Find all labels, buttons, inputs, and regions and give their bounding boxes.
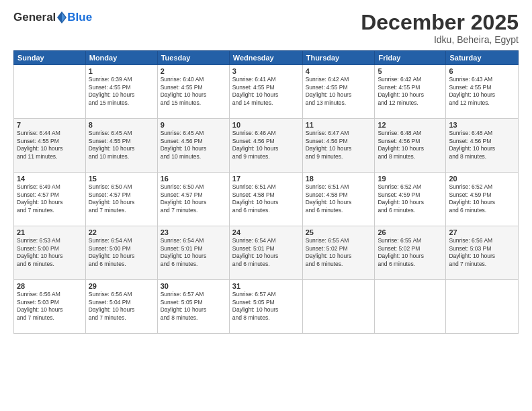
col-tuesday: Tuesday (157, 51, 229, 65)
day-number: 24 (232, 228, 300, 236)
day-info: Sunrise: 6:45 AM Sunset: 4:56 PM Dayligh… (161, 130, 226, 161)
day-number: 28 (17, 282, 83, 290)
day-info: Sunrise: 6:54 AM Sunset: 5:00 PM Dayligh… (89, 237, 154, 268)
day-number: 14 (17, 175, 83, 183)
day-info: Sunrise: 6:42 AM Sunset: 4:55 PM Dayligh… (306, 76, 372, 107)
header: General Blue December 2025 Idku, Beheira… (13, 11, 519, 45)
day-number: 8 (89, 121, 154, 129)
location: Idku, Beheira, Egypt (361, 34, 519, 45)
table-row: 3Sunrise: 6:41 AM Sunset: 4:55 PM Daylig… (229, 65, 302, 119)
day-number: 3 (232, 67, 300, 75)
table-row: 16Sunrise: 6:50 AM Sunset: 4:57 PM Dayli… (157, 173, 229, 226)
day-info: Sunrise: 6:42 AM Sunset: 4:55 PM Dayligh… (378, 76, 443, 107)
table-row: 22Sunrise: 6:54 AM Sunset: 5:00 PM Dayli… (85, 226, 157, 280)
day-number: 7 (17, 121, 83, 129)
day-number: 18 (306, 175, 372, 183)
title-section: December 2025 Idku, Beheira, Egypt (361, 11, 519, 45)
day-number: 30 (161, 282, 226, 290)
table-row: 27Sunrise: 6:56 AM Sunset: 5:03 PM Dayli… (446, 226, 519, 280)
day-number: 16 (161, 175, 226, 183)
table-row: 14Sunrise: 6:49 AM Sunset: 4:57 PM Dayli… (14, 173, 86, 226)
calendar-week-row: 1Sunrise: 6:39 AM Sunset: 4:55 PM Daylig… (14, 65, 519, 119)
table-row: 31Sunrise: 6:57 AM Sunset: 5:05 PM Dayli… (229, 280, 302, 334)
day-number: 29 (89, 282, 154, 290)
table-row: 28Sunrise: 6:56 AM Sunset: 5:03 PM Dayli… (14, 280, 86, 334)
day-number: 1 (89, 67, 154, 75)
month-title: December 2025 (361, 11, 519, 34)
col-friday: Friday (375, 51, 446, 65)
calendar-week-row: 28Sunrise: 6:56 AM Sunset: 5:03 PM Dayli… (14, 280, 519, 334)
day-info: Sunrise: 6:52 AM Sunset: 4:59 PM Dayligh… (449, 183, 515, 214)
table-row (14, 65, 86, 119)
day-info: Sunrise: 6:46 AM Sunset: 4:56 PM Dayligh… (232, 130, 300, 161)
day-number: 25 (306, 228, 372, 236)
table-row: 24Sunrise: 6:54 AM Sunset: 5:01 PM Dayli… (229, 226, 302, 280)
day-info: Sunrise: 6:50 AM Sunset: 4:57 PM Dayligh… (161, 183, 226, 214)
table-row: 8Sunrise: 6:45 AM Sunset: 4:55 PM Daylig… (85, 119, 157, 173)
day-info: Sunrise: 6:50 AM Sunset: 4:57 PM Dayligh… (89, 183, 154, 214)
day-number: 9 (161, 121, 226, 129)
day-info: Sunrise: 6:54 AM Sunset: 5:01 PM Dayligh… (161, 237, 226, 268)
day-info: Sunrise: 6:39 AM Sunset: 4:55 PM Dayligh… (89, 76, 154, 107)
logo-icon (57, 11, 66, 24)
col-wednesday: Wednesday (229, 51, 302, 65)
day-number: 27 (449, 228, 515, 236)
day-number: 2 (161, 67, 226, 75)
table-row: 2Sunrise: 6:40 AM Sunset: 4:55 PM Daylig… (157, 65, 229, 119)
day-info: Sunrise: 6:45 AM Sunset: 4:55 PM Dayligh… (89, 130, 154, 161)
table-row: 15Sunrise: 6:50 AM Sunset: 4:57 PM Dayli… (85, 173, 157, 226)
table-row: 30Sunrise: 6:57 AM Sunset: 5:05 PM Dayli… (157, 280, 229, 334)
day-info: Sunrise: 6:55 AM Sunset: 5:02 PM Dayligh… (306, 237, 372, 268)
day-info: Sunrise: 6:43 AM Sunset: 4:55 PM Dayligh… (449, 76, 515, 107)
day-info: Sunrise: 6:57 AM Sunset: 5:05 PM Dayligh… (161, 291, 226, 322)
day-number: 31 (232, 282, 300, 290)
day-info: Sunrise: 6:56 AM Sunset: 5:03 PM Dayligh… (17, 291, 83, 322)
table-row (302, 280, 375, 334)
day-number: 26 (378, 228, 443, 236)
table-row: 17Sunrise: 6:51 AM Sunset: 4:58 PM Dayli… (229, 173, 302, 226)
day-info: Sunrise: 6:48 AM Sunset: 4:56 PM Dayligh… (378, 130, 443, 161)
calendar-header-row: Sunday Monday Tuesday Wednesday Thursday… (14, 51, 519, 65)
day-number: 10 (232, 121, 300, 129)
day-info: Sunrise: 6:41 AM Sunset: 4:55 PM Dayligh… (232, 76, 300, 107)
col-sunday: Sunday (14, 51, 86, 65)
table-row: 9Sunrise: 6:45 AM Sunset: 4:56 PM Daylig… (157, 119, 229, 173)
table-row: 23Sunrise: 6:54 AM Sunset: 5:01 PM Dayli… (157, 226, 229, 280)
day-number: 19 (378, 175, 443, 183)
table-row: 21Sunrise: 6:53 AM Sunset: 5:00 PM Dayli… (14, 226, 86, 280)
day-number: 13 (449, 121, 515, 129)
day-info: Sunrise: 6:56 AM Sunset: 5:04 PM Dayligh… (89, 291, 154, 322)
day-number: 12 (378, 121, 443, 129)
table-row: 6Sunrise: 6:43 AM Sunset: 4:55 PM Daylig… (446, 65, 519, 119)
logo: General Blue (13, 11, 92, 24)
table-row (446, 280, 519, 334)
calendar-week-row: 7Sunrise: 6:44 AM Sunset: 4:55 PM Daylig… (14, 119, 519, 173)
table-row: 13Sunrise: 6:48 AM Sunset: 4:56 PM Dayli… (446, 119, 519, 173)
table-row: 25Sunrise: 6:55 AM Sunset: 5:02 PM Dayli… (302, 226, 375, 280)
day-info: Sunrise: 6:51 AM Sunset: 4:58 PM Dayligh… (306, 183, 372, 214)
day-info: Sunrise: 6:51 AM Sunset: 4:58 PM Dayligh… (232, 183, 300, 214)
day-number: 5 (378, 67, 443, 75)
logo-text: General Blue (13, 11, 92, 24)
day-number: 11 (306, 121, 372, 129)
col-monday: Monday (85, 51, 157, 65)
day-info: Sunrise: 6:44 AM Sunset: 4:55 PM Dayligh… (17, 130, 83, 161)
table-row: 29Sunrise: 6:56 AM Sunset: 5:04 PM Dayli… (85, 280, 157, 334)
day-number: 21 (17, 228, 83, 236)
day-number: 15 (89, 175, 154, 183)
day-info: Sunrise: 6:47 AM Sunset: 4:56 PM Dayligh… (306, 130, 372, 161)
day-number: 4 (306, 67, 372, 75)
table-row: 19Sunrise: 6:52 AM Sunset: 4:59 PM Dayli… (375, 173, 446, 226)
table-row: 20Sunrise: 6:52 AM Sunset: 4:59 PM Dayli… (446, 173, 519, 226)
page-container: General Blue December 2025 Idku, Beheira… (0, 0, 532, 411)
logo-blue: Blue (67, 11, 92, 24)
day-number: 17 (232, 175, 300, 183)
table-row: 11Sunrise: 6:47 AM Sunset: 4:56 PM Dayli… (302, 119, 375, 173)
day-info: Sunrise: 6:54 AM Sunset: 5:01 PM Dayligh… (232, 237, 300, 268)
table-row (375, 280, 446, 334)
day-info: Sunrise: 6:53 AM Sunset: 5:00 PM Dayligh… (17, 237, 83, 268)
table-row: 26Sunrise: 6:55 AM Sunset: 5:02 PM Dayli… (375, 226, 446, 280)
day-info: Sunrise: 6:49 AM Sunset: 4:57 PM Dayligh… (17, 183, 83, 214)
day-number: 23 (161, 228, 226, 236)
table-row: 18Sunrise: 6:51 AM Sunset: 4:58 PM Dayli… (302, 173, 375, 226)
